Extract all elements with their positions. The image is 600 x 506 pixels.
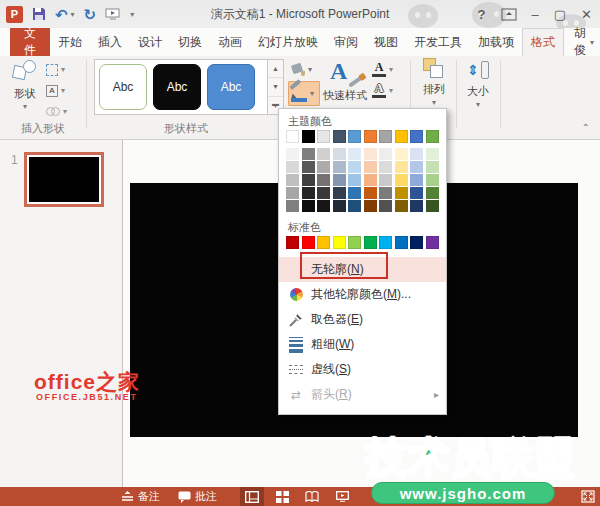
ribbon-display-options-icon[interactable] <box>501 8 517 21</box>
tint-swatch[interactable] <box>286 174 299 187</box>
tint-swatch[interactable] <box>348 161 361 174</box>
text-fill-button[interactable]: A▾ <box>372 59 406 80</box>
menu-item-weight[interactable]: 粗细(W) <box>279 332 446 357</box>
tint-swatch[interactable] <box>302 148 315 161</box>
tint-swatch[interactable] <box>379 174 392 187</box>
tint-swatch[interactable] <box>395 200 408 213</box>
tab-addins[interactable]: 加载项 <box>470 28 522 56</box>
notes-button[interactable]: 备注 <box>112 487 169 506</box>
shape-style-thumbnail-2[interactable]: Abc <box>153 64 201 110</box>
arrange-button[interactable]: 排列 ▾ <box>414 58 454 107</box>
shape-style-thumbnail-3[interactable]: Abc <box>207 64 255 110</box>
shapes-button[interactable]: 形状 ▾ <box>6 58 44 111</box>
menu-item-arrows[interactable]: ⇄箭头(R)▸ <box>279 382 446 407</box>
close-icon[interactable]: ✕ <box>581 8 592 21</box>
tint-swatch[interactable] <box>426 161 439 174</box>
tint-swatch[interactable] <box>364 200 377 213</box>
theme-color-swatch[interactable] <box>410 130 423 143</box>
maximize-icon[interactable]: ▢ <box>554 8 566 21</box>
tint-swatch[interactable] <box>379 200 392 213</box>
tint-swatch[interactable] <box>364 148 377 161</box>
account-user[interactable]: 胡俊 ▾ <box>564 28 598 56</box>
tab-design[interactable]: 设计 <box>130 28 170 56</box>
tint-swatch[interactable] <box>286 200 299 213</box>
save-icon[interactable] <box>32 7 46 21</box>
tint-swatch[interactable] <box>302 200 315 213</box>
standard-color-swatch[interactable] <box>364 236 377 249</box>
theme-color-swatch[interactable] <box>426 130 439 143</box>
tint-swatch[interactable] <box>302 187 315 200</box>
start-slideshow-icon[interactable] <box>105 8 121 21</box>
undo-icon[interactable]: ↶ <box>55 7 68 22</box>
fit-slide-button[interactable] <box>581 487 595 506</box>
tint-swatch[interactable] <box>364 187 377 200</box>
standard-color-swatch[interactable] <box>302 236 315 249</box>
normal-view-button[interactable] <box>240 487 264 506</box>
menu-item-more-outline-colors[interactable]: 其他轮廓颜色(M)... <box>279 282 446 307</box>
tint-swatch[interactable] <box>395 187 408 200</box>
tint-swatch[interactable] <box>379 187 392 200</box>
minimize-icon[interactable]: – <box>532 8 539 21</box>
tint-swatch[interactable] <box>333 174 346 187</box>
tab-animations[interactable]: 动画 <box>210 28 250 56</box>
shape-outline-button[interactable]: ▾ <box>288 81 320 106</box>
tab-review[interactable]: 审阅 <box>326 28 366 56</box>
tint-swatch[interactable] <box>364 161 377 174</box>
theme-color-swatch[interactable] <box>379 130 392 143</box>
tint-swatch[interactable] <box>348 187 361 200</box>
tint-swatch[interactable] <box>348 174 361 187</box>
tint-swatch[interactable] <box>348 148 361 161</box>
tint-swatch[interactable] <box>379 148 392 161</box>
size-button[interactable]: ⇕ 大小 ▾ <box>460 58 496 109</box>
tab-insert[interactable]: 插入 <box>90 28 130 56</box>
tab-slideshow[interactable]: 幻灯片放映 <box>250 28 326 56</box>
theme-color-swatch[interactable] <box>333 130 346 143</box>
tab-file[interactable]: 文件 <box>10 28 50 56</box>
text-outline-button[interactable]: A▾ <box>372 80 406 101</box>
theme-color-swatch[interactable] <box>286 130 299 143</box>
standard-color-swatch[interactable] <box>348 236 361 249</box>
shape-fill-button[interactable]: ▾ <box>288 58 320 80</box>
tint-swatch[interactable] <box>317 161 330 174</box>
tint-swatch[interactable] <box>379 161 392 174</box>
tint-swatch[interactable] <box>426 200 439 213</box>
standard-color-swatch[interactable] <box>286 236 299 249</box>
theme-color-swatch[interactable] <box>302 130 315 143</box>
edit-shape-button[interactable]: ▾ <box>46 59 80 80</box>
tint-swatch[interactable] <box>395 174 408 187</box>
standard-color-swatch[interactable] <box>333 236 346 249</box>
tint-swatch[interactable] <box>317 200 330 213</box>
text-box-button[interactable]: A▾ <box>46 80 80 101</box>
standard-color-swatch[interactable] <box>379 236 392 249</box>
tint-swatch[interactable] <box>333 148 346 161</box>
theme-color-swatch[interactable] <box>364 130 377 143</box>
tint-swatch[interactable] <box>333 187 346 200</box>
undo-dropdown-icon[interactable]: ▾ <box>71 10 75 19</box>
tint-swatch[interactable] <box>410 148 423 161</box>
tint-swatch[interactable] <box>410 161 423 174</box>
slide-thumbnail[interactable] <box>24 152 104 207</box>
help-icon[interactable]: ? <box>478 8 486 21</box>
menu-item-eyedropper[interactable]: 取色器(E) <box>279 307 446 332</box>
tint-swatch[interactable] <box>395 161 408 174</box>
slide-sorter-view-button[interactable] <box>270 487 294 506</box>
tab-view[interactable]: 视图 <box>366 28 406 56</box>
tint-swatch[interactable] <box>426 174 439 187</box>
tint-swatch[interactable] <box>364 174 377 187</box>
tab-developer[interactable]: 开发工具 <box>406 28 470 56</box>
collapse-ribbon-icon[interactable]: ⌃ <box>582 122 590 133</box>
tint-swatch[interactable] <box>302 174 315 187</box>
gallery-scroll-up-icon[interactable]: ▲ <box>268 60 283 78</box>
shape-style-thumbnail-1[interactable]: Abc <box>99 64 147 110</box>
merge-shapes-button[interactable]: ▾ <box>46 101 80 122</box>
theme-color-swatch[interactable] <box>317 130 330 143</box>
tab-format[interactable]: 格式 <box>522 28 564 56</box>
standard-color-swatch[interactable] <box>395 236 408 249</box>
theme-color-swatch[interactable] <box>348 130 361 143</box>
tint-swatch[interactable] <box>302 161 315 174</box>
gallery-scroll-down-icon[interactable]: ▼ <box>268 78 283 96</box>
standard-color-swatch[interactable] <box>317 236 330 249</box>
tint-swatch[interactable] <box>410 200 423 213</box>
tint-swatch[interactable] <box>395 148 408 161</box>
tint-swatch[interactable] <box>410 174 423 187</box>
